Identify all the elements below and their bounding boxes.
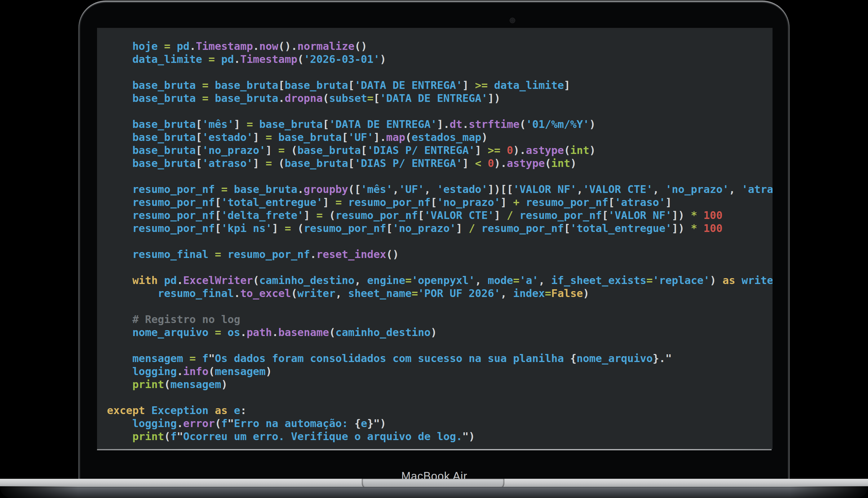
code-line: base_bruta['no_prazo'] = (base_bruta['DI…: [107, 144, 773, 157]
code-token: data_limite: [494, 79, 564, 91]
code-token: 'no_prazo': [437, 196, 501, 208]
code-line: logging.info(mensagem): [107, 365, 773, 378]
code-token: 'VALOR CTE': [424, 209, 494, 221]
code-token: [: [342, 131, 348, 143]
code-line: print(f"Ocorreu um erro. Verifique o arq…: [107, 430, 773, 443]
code-token: 'atraso': [202, 157, 253, 169]
code-token: (: [164, 430, 170, 443]
code-token: now: [259, 40, 278, 52]
code-line: nome_arquivo = os.path.basename(caminho_…: [107, 326, 773, 339]
code-token: 'total_entregue': [221, 196, 323, 208]
code-token: base_bruta: [107, 79, 196, 91]
code-token: 'VALOR NF': [608, 209, 672, 221]
code-token: ": [228, 417, 234, 430]
code-token: hoje: [107, 40, 158, 52]
code-token: <: [469, 157, 488, 169]
editor-bottom-border: [97, 449, 771, 450]
code-token: '01/%m/%Y': [526, 118, 589, 130]
code-token: ].: [373, 131, 386, 143]
code-token: map: [386, 131, 405, 143]
code-token: }: [653, 352, 659, 365]
code-token: .": [659, 352, 672, 365]
code-token: 'atraso': [741, 183, 773, 195]
code-token: .: [234, 287, 240, 300]
code-token: 0: [488, 157, 494, 169]
code-token: nome_arquivo: [107, 326, 209, 339]
code-token: =: [209, 248, 228, 261]
code-token: base_bruta: [107, 92, 196, 104]
code-token: (: [329, 326, 335, 339]
code-token: base_bruta: [284, 79, 348, 91]
code-token: ,: [577, 183, 583, 195]
code-token: ]): [672, 209, 685, 221]
code-token: pd: [177, 40, 189, 52]
code-token: *: [685, 209, 703, 221]
code-token: =: [158, 40, 177, 52]
code-token: base_bruta: [215, 79, 278, 91]
code-token: }: [367, 417, 373, 430]
code-token: ]: [304, 209, 310, 221]
code-token: =: [259, 131, 278, 143]
code-line: base_bruta['estado'] = base_bruta['UF'].…: [107, 131, 773, 144]
code-token: writer: [735, 274, 773, 287]
code-token: ): [583, 287, 589, 300]
code-token: 'no_prazo': [393, 222, 456, 234]
code-token: 'DATA DE ENTREGA': [329, 118, 437, 130]
code-token: (: [329, 209, 335, 221]
code-token: (: [545, 157, 551, 169]
code-token: resumo_por_nf: [228, 248, 310, 261]
code-token: [: [361, 144, 367, 156]
code-token: [: [602, 209, 608, 221]
code-token: =: [310, 209, 329, 221]
code-token: ): [589, 118, 596, 130]
code-token: base_bruta: [215, 92, 278, 104]
code-token: "): [462, 430, 475, 443]
code-token: [: [196, 131, 202, 143]
code-token: with: [107, 274, 158, 287]
code-token: (: [253, 274, 259, 287]
code-token: 100: [703, 209, 722, 221]
code-token: writer: [297, 287, 335, 300]
code-token: int: [551, 157, 570, 169]
code-token: .: [310, 248, 316, 261]
code-token: "): [373, 417, 386, 430]
code-token: [: [373, 92, 380, 104]
code-token: [: [215, 209, 221, 221]
code-token: subset: [329, 92, 367, 104]
code-token: [: [196, 118, 202, 130]
code-token: ).: [494, 157, 507, 169]
code-token: [: [323, 118, 329, 130]
code-token: False: [551, 287, 583, 300]
code-line: [107, 339, 773, 352]
code-token: =: [412, 287, 418, 300]
code-editor-screen[interactable]: hoje = pd.Timestamp.now().normalize() da…: [97, 28, 773, 449]
code-token: 'DIAS P/ ENTREGA': [367, 144, 475, 156]
code-token: int: [570, 144, 589, 156]
code-token: 'UF': [399, 183, 424, 195]
code-token: (: [520, 118, 526, 130]
code-token: (: [297, 222, 304, 234]
code-token: resumo_por_nf: [304, 222, 386, 234]
code-token: resumo_final: [107, 287, 234, 300]
code-token: resumo_final: [107, 248, 209, 261]
code-line: [107, 235, 773, 248]
code-token: pd: [221, 53, 234, 65]
code-token: ].: [437, 118, 450, 130]
code-token: basename: [278, 326, 329, 339]
code-token: os: [228, 326, 240, 339]
code-token: ,: [538, 274, 551, 287]
code-token: Timestamp: [196, 40, 253, 52]
code-token: 'no_prazo': [666, 183, 729, 195]
code-token: Erro na automação:: [234, 417, 354, 430]
code-token: .: [253, 40, 259, 52]
code-token: ]: [665, 196, 672, 208]
code-token: [: [564, 222, 570, 234]
code-line: [107, 170, 773, 183]
code-line: logging.error(f"Erro na automação: {e}"): [107, 417, 773, 430]
code-token: ): [589, 144, 596, 156]
code-token: .: [462, 118, 469, 130]
code-token: =: [646, 274, 653, 287]
code-token: ,: [475, 274, 488, 287]
code-token: Ocorreu um erro. Verifique o arquivo de …: [183, 430, 462, 443]
code-token: ]: [462, 79, 469, 91]
